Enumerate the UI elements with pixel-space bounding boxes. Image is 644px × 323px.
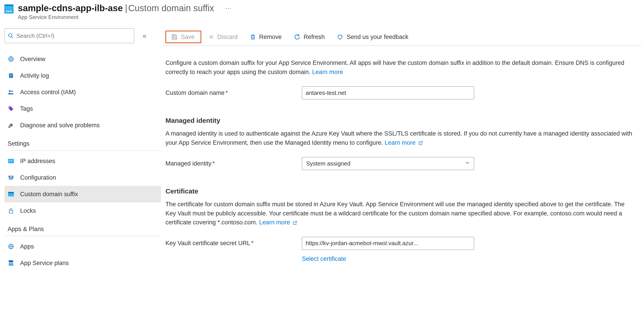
svg-rect-7 bbox=[10, 76, 12, 76]
svg-rect-29 bbox=[9, 263, 13, 266]
nav-group-settings: Settings bbox=[4, 134, 161, 150]
keyvault-field: Key Vault certificate secret URL* bbox=[166, 237, 635, 250]
discard-button[interactable]: Discard bbox=[204, 31, 243, 43]
nav-label: App Service plans bbox=[20, 260, 69, 267]
lock-icon bbox=[8, 207, 14, 214]
svg-point-19 bbox=[9, 176, 10, 177]
nav-overview[interactable]: Overview bbox=[4, 51, 161, 67]
required-marker: * bbox=[226, 90, 228, 96]
nav-label: Configuration bbox=[20, 174, 56, 181]
managed-identity-desc: A managed identity is used to authentica… bbox=[166, 129, 635, 147]
nav-activity-log[interactable]: Activity log bbox=[4, 67, 161, 84]
learn-more-link-cert[interactable]: Learn more bbox=[259, 219, 290, 226]
chevron-down-icon bbox=[465, 160, 470, 167]
sidebar-collapse-button[interactable]: « bbox=[143, 32, 146, 40]
learn-more-link-identity[interactable]: Learn more bbox=[384, 139, 416, 146]
nav-label: Custom domain suffix bbox=[20, 191, 78, 198]
globe-icon bbox=[8, 56, 14, 62]
svg-rect-30 bbox=[173, 35, 175, 36]
resource-icon-label: www bbox=[6, 10, 12, 12]
nav-label: Locks bbox=[20, 207, 36, 214]
feedback-button[interactable]: Send us your feedback bbox=[332, 31, 413, 43]
required-marker: * bbox=[212, 160, 215, 167]
page-header: www sample-cdns-app-ilb-ase | Custom dom… bbox=[0, 0, 644, 21]
nav-label: Diagnose and solve problems bbox=[20, 122, 100, 129]
resource-type-caption: App Service Environment bbox=[18, 14, 232, 20]
nav-label: Access control (IAM) bbox=[20, 89, 76, 96]
domain-icon bbox=[8, 191, 14, 198]
managed-identity-value: System assigned bbox=[306, 159, 350, 168]
certificate-desc: The certificate for custom domain suffix… bbox=[166, 200, 635, 227]
svg-rect-24 bbox=[9, 210, 13, 213]
header-text-block: sample-cdns-app-ilb-ase | Custom domain … bbox=[18, 3, 232, 20]
svg-rect-28 bbox=[9, 260, 13, 262]
svg-rect-8 bbox=[10, 76, 12, 77]
ip-icon bbox=[8, 158, 14, 164]
sidebar-search-input[interactable] bbox=[16, 32, 131, 39]
nav-access-control[interactable]: Access control (IAM) bbox=[4, 84, 161, 100]
apps-icon bbox=[8, 243, 14, 250]
managed-identity-field: Managed identity* System assigned bbox=[166, 157, 635, 170]
keyvault-input[interactable] bbox=[302, 237, 474, 250]
page-title: Custom domain suffix bbox=[128, 3, 214, 13]
nav-label: Apps bbox=[20, 243, 34, 250]
svg-point-9 bbox=[9, 90, 11, 92]
save-button[interactable]: Save bbox=[166, 31, 201, 43]
managed-identity-select[interactable]: System assigned bbox=[302, 157, 474, 170]
nav-label: Tags bbox=[20, 105, 33, 112]
keyvault-label: Key Vault certificate secret URL* bbox=[166, 239, 302, 248]
nav-label: IP addresses bbox=[20, 158, 55, 165]
people-icon bbox=[8, 89, 14, 96]
required-marker: * bbox=[251, 240, 254, 246]
wrench-icon bbox=[8, 122, 14, 128]
sliders-icon bbox=[8, 174, 14, 181]
more-menu-button[interactable]: ··· bbox=[225, 5, 232, 12]
svg-rect-31 bbox=[173, 37, 176, 39]
nav-apps[interactable]: Apps bbox=[4, 238, 161, 255]
nav-diagnose[interactable]: Diagnose and solve problems bbox=[4, 117, 161, 134]
nav-app-service-plans[interactable]: App Service plans bbox=[4, 255, 161, 271]
title-separator: | bbox=[125, 3, 127, 13]
save-label: Save bbox=[181, 34, 195, 40]
refresh-label: Refresh bbox=[304, 34, 325, 40]
managed-identity-title: Managed identity bbox=[166, 116, 635, 126]
tag-icon bbox=[8, 105, 14, 112]
nav-group-apps: Apps & Plans bbox=[4, 219, 161, 236]
toolbar: Save Discard Remove Refresh Send us your… bbox=[163, 28, 642, 46]
nav-configuration[interactable]: Configuration bbox=[4, 169, 161, 186]
nav-locks[interactable]: Locks bbox=[4, 202, 161, 219]
external-link-icon bbox=[418, 140, 423, 146]
svg-point-0 bbox=[8, 34, 12, 37]
remove-button[interactable]: Remove bbox=[245, 31, 287, 43]
discard-label: Discard bbox=[217, 34, 238, 40]
svg-rect-23 bbox=[8, 192, 14, 193]
log-icon bbox=[8, 72, 14, 79]
feedback-label: Send us your feedback bbox=[346, 34, 408, 40]
custom-domain-field: Custom domain name* bbox=[166, 86, 635, 99]
remove-label: Remove bbox=[259, 34, 282, 40]
managed-identity-label: Managed identity* bbox=[166, 159, 302, 168]
close-icon bbox=[208, 34, 214, 40]
nav-label: Overview bbox=[20, 56, 46, 63]
nav-ip-addresses[interactable]: IP addresses bbox=[4, 153, 161, 169]
certificate-title: Certificate bbox=[166, 186, 635, 196]
intro-text: Configure a custom domain suffix for you… bbox=[166, 58, 635, 76]
search-icon bbox=[8, 33, 14, 39]
svg-point-21 bbox=[12, 177, 13, 178]
server-stack-icon bbox=[8, 260, 14, 266]
svg-rect-14 bbox=[10, 160, 11, 161]
select-certificate-link[interactable]: Select certificate bbox=[302, 256, 346, 262]
sidebar-search-box[interactable] bbox=[4, 28, 134, 43]
learn-more-link[interactable]: Learn more bbox=[312, 69, 343, 76]
resource-name: sample-cdns-app-ilb-ase bbox=[18, 3, 123, 13]
intro-body: Configure a custom domain suffix for you… bbox=[166, 60, 624, 76]
custom-domain-label: Custom domain name* bbox=[166, 88, 302, 98]
nav-tags[interactable]: Tags bbox=[4, 100, 161, 117]
refresh-button[interactable]: Refresh bbox=[289, 31, 330, 43]
content-area: Configure a custom domain suffix for you… bbox=[163, 46, 642, 263]
custom-domain-input[interactable] bbox=[302, 86, 474, 99]
sidebar: « Overview Activity log Access control (… bbox=[4, 28, 161, 323]
nav-custom-domain-suffix[interactable]: Custom domain suffix bbox=[4, 186, 161, 202]
resource-icon: www bbox=[4, 4, 14, 14]
svg-line-1 bbox=[12, 36, 13, 38]
